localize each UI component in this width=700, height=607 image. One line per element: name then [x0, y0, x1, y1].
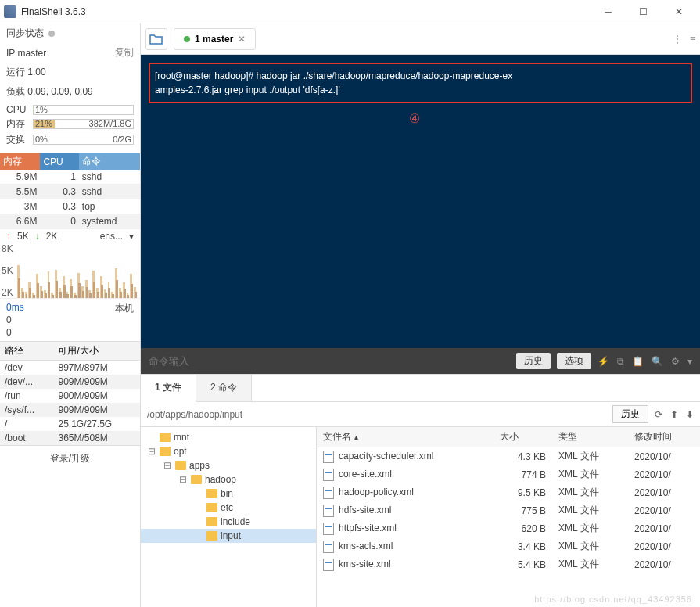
file-type: XML 文件 — [552, 465, 628, 483]
mem-meter-extra: 382M/1.8G — [89, 119, 131, 128]
more-icon[interactable]: ⋮ — [673, 34, 682, 45]
tree-item[interactable]: bin — [141, 487, 316, 501]
tree-item-label: etc — [221, 502, 233, 513]
file-row[interactable]: hadoop-policy.xml9.5 KBXML 文件2020/10/ — [317, 483, 700, 501]
upload-value: 5K — [17, 231, 29, 242]
col-name[interactable]: 文件名▴ — [317, 427, 494, 447]
tree-item[interactable]: input — [141, 529, 316, 543]
file-row[interactable]: kms-acls.xml3.4 KBXML 文件2020/10/ — [317, 537, 700, 555]
upload-icon[interactable]: ⬆ — [670, 409, 678, 420]
col-type[interactable]: 类型 — [552, 427, 628, 447]
file-row[interactable]: core-site.xml774 BXML 文件2020/10/ — [317, 465, 700, 483]
disk-th-size[interactable]: 可用/大小 — [53, 342, 140, 361]
directory-tree[interactable]: mnt⊟opt⊟apps⊟hadoopbinetcincludeinput — [141, 427, 317, 607]
terminal-line-2: amples-2.7.6.jar grep input ./output 'df… — [155, 84, 340, 95]
tab-master[interactable]: 1 master ✕ — [174, 28, 256, 50]
login-button[interactable]: 登录/升级 — [0, 445, 140, 472]
refresh-icon[interactable]: ⟳ — [655, 409, 662, 420]
bolt-icon[interactable]: ⚡ — [598, 356, 609, 367]
menu-icon[interactable]: ≡ — [690, 34, 695, 45]
proc-th-cpu[interactable]: CPU — [40, 153, 78, 170]
file-mtime: 2020/10/ — [628, 555, 700, 573]
proc-th-cmd[interactable]: 命令 — [79, 153, 140, 170]
folder-icon — [160, 433, 171, 442]
copy-button[interactable]: 复制 — [115, 46, 134, 59]
file-mtime: 2020/10/ — [628, 447, 700, 466]
proc-th-mem[interactable]: 内存 — [0, 153, 40, 170]
tree-item[interactable]: mnt — [141, 430, 316, 444]
folder-button[interactable] — [145, 28, 167, 50]
disk-th-path[interactable]: 路径 — [0, 342, 53, 361]
latency-row: 0ms 0 0 本机 — [0, 298, 140, 341]
mem-meter-pct: 21% — [35, 119, 52, 128]
current-path[interactable]: /opt/apps/hadoop/input — [147, 409, 606, 420]
swap-meter-label: 交换 — [6, 133, 30, 146]
file-icon — [323, 559, 334, 571]
file-row[interactable]: hdfs-site.xml775 BXML 文件2020/10/ — [317, 501, 700, 519]
history-button[interactable]: 历史 — [516, 353, 551, 369]
proc-row: 6.6M0systemd — [0, 214, 140, 229]
disk-row: /25.1G/27.5G — [0, 417, 140, 431]
search-icon[interactable]: 🔍 — [652, 356, 663, 367]
explorer: mnt⊟opt⊟apps⊟hadoopbinetcincludeinput 文件… — [141, 427, 700, 607]
tree-toggle-icon[interactable]: ⊟ — [147, 446, 156, 457]
file-row[interactable]: kms-site.xml5.4 KBXML 文件2020/10/ — [317, 555, 700, 573]
titlebar: FinalShell 3.6.3 ─ ☐ ✕ — [0, 0, 700, 23]
file-type: XML 文件 — [552, 447, 628, 466]
tab-commands[interactable]: 2 命令 — [196, 375, 252, 401]
latency-v2: 0 — [6, 327, 24, 338]
mem-meter: 内存 21%382M/1.8G — [6, 117, 134, 131]
command-input[interactable] — [149, 355, 510, 367]
tree-toggle-icon[interactable]: ⊟ — [163, 460, 172, 471]
minimize-button[interactable]: ─ — [591, 0, 626, 23]
tree-item[interactable]: ⊟apps — [141, 458, 316, 472]
path-history-button[interactable]: 历史 — [612, 405, 648, 423]
latency-ms: 0ms — [6, 302, 24, 313]
ip-label: IP master — [6, 48, 46, 59]
file-type: XML 文件 — [552, 483, 628, 501]
terminal-line-1: [root@master hadoop]# hadoop jar ./share… — [155, 70, 512, 81]
tree-item[interactable]: etc — [141, 501, 316, 515]
col-mtime[interactable]: 修改时间 — [628, 427, 700, 447]
file-type: XML 文件 — [552, 537, 628, 555]
download-icon[interactable]: ⬇ — [686, 409, 694, 420]
maximize-button[interactable]: ☐ — [626, 0, 661, 23]
file-size: 4.3 KB — [494, 447, 552, 466]
tree-item[interactable]: ⊟opt — [141, 444, 316, 458]
tree-item[interactable]: ⊟hadoop — [141, 472, 316, 487]
gear-icon[interactable]: ⚙ — [671, 356, 680, 367]
command-bar: 历史 选项 ⚡ ⧉ 📋 🔍 ⚙ ▾ — [141, 348, 700, 374]
window-title: FinalShell 3.6.3 — [21, 6, 591, 17]
chevron-down-icon[interactable]: ▾ — [129, 231, 134, 242]
col-size[interactable]: 大小 — [494, 427, 552, 447]
pathbar: /opt/apps/hadoop/input 历史 ⟳ ⬆ ⬇ — [141, 402, 700, 427]
copy-icon[interactable]: ⧉ — [617, 356, 624, 367]
tab-close-icon[interactable]: ✕ — [238, 34, 246, 45]
download-value: 2K — [46, 231, 58, 242]
file-type: XML 文件 — [552, 501, 628, 519]
file-name: hadoop-policy.xml — [339, 487, 414, 497]
options-button[interactable]: 选项 — [557, 353, 591, 369]
paste-icon[interactable]: 📋 — [632, 356, 644, 367]
download-icon: ↓ — [35, 231, 40, 242]
file-row[interactable]: httpfs-site.xml620 BXML 文件2020/10/ — [317, 519, 700, 537]
chevron-down-icon[interactable]: ▾ — [687, 356, 692, 367]
file-row[interactable]: capacity-scheduler.xml4.3 KBXML 文件2020/1… — [317, 447, 700, 466]
proc-row: 5.9M1sshd — [0, 170, 140, 185]
file-size: 775 B — [494, 501, 552, 519]
annotation-marker: ④ — [409, 110, 420, 128]
tree-item[interactable]: include — [141, 515, 316, 529]
file-type: XML 文件 — [552, 519, 628, 537]
disk-row: /dev/...909M/909M — [0, 375, 140, 389]
sidebar: 同步状态 IP master 复制 运行 1:00 负载 0.09, 0.09,… — [0, 23, 141, 607]
file-mtime: 2020/10/ — [628, 465, 700, 483]
file-list: 文件名▴ 大小 类型 修改时间 capacity-scheduler.xml4.… — [317, 427, 700, 607]
tree-toggle-icon[interactable]: ⊟ — [178, 474, 188, 485]
close-button[interactable]: ✕ — [661, 0, 696, 23]
tab-files[interactable]: 1 文件 — [141, 375, 196, 402]
terminal[interactable]: [root@master hadoop]# hadoop jar ./share… — [141, 55, 700, 348]
file-size: 774 B — [494, 465, 552, 483]
process-table: 内存 CPU 命令 5.9M1sshd 5.5M0.3sshd 3M0.3top… — [0, 153, 140, 229]
app-icon — [4, 5, 16, 18]
tree-item-label: mnt — [174, 432, 189, 443]
